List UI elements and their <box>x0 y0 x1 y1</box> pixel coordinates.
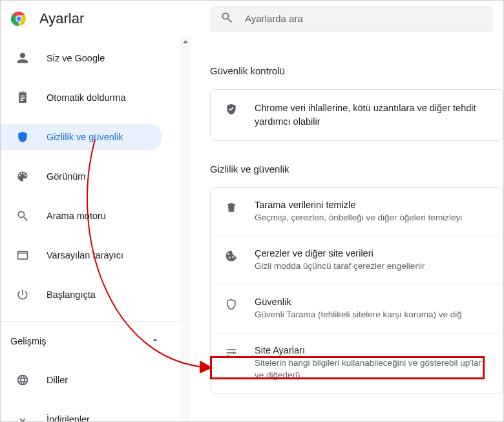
row-title: Güvenlik <box>255 297 462 307</box>
privacy-card: Tarama verilerini temizle Geçmişi, çerez… <box>210 187 503 394</box>
row-clear-browsing-data[interactable]: Tarama verilerini temizle Geçmişi, çerez… <box>211 188 503 236</box>
row-subtitle: Geçmişi, çerezleri, önbelleği ve diğer ö… <box>255 212 462 224</box>
sidebar-item-label: Arama motoru <box>47 211 106 221</box>
row-subtitle: Gizli modda üçüncü taraf çerezler engell… <box>255 260 425 273</box>
row-title: Site Ayarları <box>255 345 488 355</box>
scroll-up-icon <box>183 40 188 43</box>
sidebar-item-label: İndirilenler <box>47 414 90 422</box>
search-input[interactable] <box>245 13 483 24</box>
sidebar: Siz ve Google Otomatik doldurma Gizlilik… <box>1 36 180 421</box>
row-title: Çerezler ve diğer site verileri <box>255 248 425 258</box>
header-left: Ayarlar <box>11 10 210 27</box>
sidebar-item-downloads[interactable]: İndirilenler <box>1 406 180 422</box>
palette-icon <box>16 170 30 183</box>
clipboard-icon <box>16 91 30 104</box>
sidebar-item-languages[interactable]: Diller <box>1 367 180 393</box>
safety-check-card: Chrome veri ihlallerine, kötü uzantılara… <box>210 89 503 141</box>
sidebar-item-label: Başlangıçta <box>47 290 96 300</box>
sliders-icon <box>225 345 239 361</box>
sidebar-item-autofill[interactable]: Otomatik doldurma <box>1 85 180 111</box>
sidebar-item-label: Otomatik doldurma <box>47 92 126 103</box>
search-bar[interactable] <box>210 6 493 32</box>
person-icon <box>16 52 30 65</box>
download-icon <box>16 413 30 422</box>
row-site-settings[interactable]: Site Ayarları Sitelerin hangi bilgileri … <box>211 333 503 394</box>
main-content: Güvenlik kontrolü Chrome veri ihlallerin… <box>191 36 503 421</box>
shield-outline-icon <box>225 297 239 313</box>
power-icon <box>16 288 30 301</box>
row-subtitle: Sitelerin hangi bilgileri kullanabileceğ… <box>255 357 488 382</box>
cookie-icon <box>225 248 239 264</box>
shield-check-icon <box>225 101 239 118</box>
row-subtitle: Güvenli Tarama (tehlikeli sitelere karşı… <box>255 309 462 321</box>
svg-point-2 <box>16 16 21 21</box>
safety-check-text: Chrome veri ihlallerine, kötü uzantılara… <box>255 101 488 129</box>
row-cookies[interactable]: Çerezler ve diğer site verileri Gizli mo… <box>211 236 503 284</box>
safety-check-body: Chrome veri ihlallerine, kötü uzantılara… <box>255 101 488 129</box>
sidebar-item-label: Varsayılan tarayıcı <box>47 250 123 260</box>
search-icon <box>220 11 233 26</box>
safety-check-title: Güvenlik kontrolü <box>210 65 503 76</box>
sidebar-item-you-and-google[interactable]: Siz ve Google <box>1 45 180 71</box>
header: Ayarlar <box>1 1 503 36</box>
sidebar-item-appearance[interactable]: Görünüm <box>1 164 180 189</box>
sidebar-item-label: Diller <box>47 375 68 385</box>
sidebar-advanced-toggle[interactable]: Gelişmiş <box>1 321 180 353</box>
row-title: Tarama verilerini temizle <box>255 200 462 210</box>
row-security[interactable]: Güvenlik Güvenli Tarama (tehlikeli sitel… <box>211 284 503 333</box>
sidebar-item-privacy[interactable]: Gizlilik ve güvenlik <box>1 124 162 150</box>
sidebar-item-on-startup[interactable]: Başlangıçta <box>1 282 180 308</box>
chrome-logo-icon <box>11 11 26 26</box>
search-icon <box>16 209 30 222</box>
privacy-section-title: Gizlilik ve güvenlik <box>210 164 503 174</box>
chevron-up-icon <box>149 334 161 348</box>
globe-icon <box>16 374 30 386</box>
app-title: Ayarlar <box>39 10 84 27</box>
sidebar-item-label: Görünüm <box>47 171 85 182</box>
sidebar-item-label: Gizlilik ve güvenlik <box>47 132 123 142</box>
shield-icon <box>16 131 30 143</box>
sidebar-item-search-engine[interactable]: Arama motoru <box>1 203 180 229</box>
advanced-label: Gelişmiş <box>10 336 47 346</box>
sidebar-item-label: Siz ve Google <box>47 53 105 63</box>
trash-icon <box>225 200 239 216</box>
browser-window-icon <box>16 249 30 262</box>
sidebar-scrollbar[interactable] <box>180 36 191 421</box>
safety-check-row[interactable]: Chrome veri ihlallerine, kötü uzantılara… <box>211 90 503 140</box>
sidebar-item-default-browser[interactable]: Varsayılan tarayıcı <box>1 242 180 268</box>
